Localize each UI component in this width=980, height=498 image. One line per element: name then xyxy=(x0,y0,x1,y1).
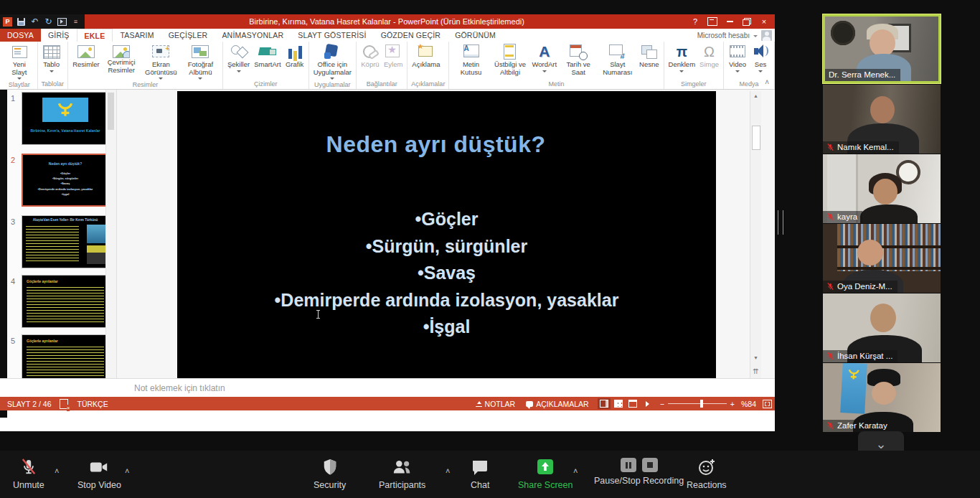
hyperlink-button[interactable]: Köprü xyxy=(359,42,382,70)
slide-thumbnail-3[interactable]: Aluşta'dan Esen Yeller- Bir Kırım Türküs… xyxy=(22,215,109,268)
comments-icon xyxy=(526,401,533,407)
panel-resize-handle[interactable] xyxy=(778,210,783,235)
language-indicator[interactable]: TÜRKÇE xyxy=(77,400,108,408)
editor-scrollbar[interactable]: ▲ ▼ ⇈ ⇊ xyxy=(750,91,761,399)
save-icon[interactable] xyxy=(17,17,26,27)
ribbon-options-icon[interactable] xyxy=(705,16,720,27)
video-button[interactable]: Video xyxy=(726,42,749,73)
smartart-button[interactable]: SmartArt xyxy=(252,42,283,70)
slide-bullet-list[interactable]: •Göçler •Sürgün, sürgünler •Savaş •Demir… xyxy=(177,206,716,341)
symbol-button[interactable]: Ω Simge xyxy=(697,42,721,70)
normal-view-button[interactable] xyxy=(598,398,611,409)
tab-slayt-gosterisi[interactable]: SLAYT GÖSTERİSİ xyxy=(291,29,373,42)
close-icon[interactable]: × xyxy=(756,16,772,27)
wordart-button[interactable]: A WordArt xyxy=(529,42,559,73)
pictures-button[interactable]: Resimler xyxy=(70,42,101,70)
start-slideshow-icon[interactable] xyxy=(57,17,67,27)
tab-dosya[interactable]: DOSYA xyxy=(0,29,41,42)
share-screen-icon xyxy=(534,458,556,476)
previous-slide-icon[interactable]: ⇈ xyxy=(750,367,761,375)
tab-animasyonlar[interactable]: ANİMASYONLAR xyxy=(215,29,291,42)
tab-gorunum[interactable]: GÖRÜNÜM xyxy=(448,29,503,42)
tab-gozden-gecir[interactable]: GÖZDEN GEÇİR xyxy=(374,29,448,42)
restore-icon[interactable] xyxy=(739,16,755,27)
ribbon-tab-row: DOSYA GİRİŞ EKLE TASARIM GEÇİŞLER ANİMAS… xyxy=(0,29,775,42)
notes-toggle[interactable]: NOTLAR xyxy=(473,398,518,410)
participant-video-oya[interactable]: Oya Deniz-M... xyxy=(823,224,941,293)
chart-button[interactable]: Grafik xyxy=(283,42,306,70)
thumbnail-scrollbar[interactable]: ▼ xyxy=(105,90,116,399)
scrollbar-thumb[interactable] xyxy=(108,93,114,130)
comment-button[interactable]: Açıklama xyxy=(410,42,442,70)
participant-video-ihsan[interactable]: İhsan Kürşat ... xyxy=(823,293,941,362)
pause-recording-icon[interactable] xyxy=(621,458,636,472)
video-options-chevron[interactable]: ˄ xyxy=(125,466,129,475)
header-footer-button[interactable]: Üstbilgi ve Altbilgi xyxy=(491,42,530,77)
new-slide-button[interactable]: Yeni Slayt xyxy=(4,42,35,80)
ribbon-group-simgeler: π Denklem Ω Simge Simgeler xyxy=(664,42,724,89)
shapes-button[interactable]: Şekiller xyxy=(225,42,252,73)
tab-ekle[interactable]: EKLE xyxy=(77,29,113,42)
qat-customize-icon[interactable]: ≡ xyxy=(71,17,80,27)
zoom-in-icon[interactable]: + xyxy=(730,400,735,408)
participant-video-zafer[interactable]: Zafer Karatay xyxy=(823,363,941,432)
slide-canvas[interactable]: Neden ayrı düştük? •Göçler •Sürgün, sürg… xyxy=(177,91,716,394)
zoom-slider[interactable] xyxy=(668,403,727,404)
equation-button[interactable]: π Denklem xyxy=(666,42,698,73)
participant-video-serra[interactable]: Dr. Serra Menek... xyxy=(823,14,941,83)
scroll-down-icon[interactable]: ▼ xyxy=(750,355,761,360)
object-button[interactable]: Nesne xyxy=(637,42,661,70)
online-pictures-button[interactable]: Çevrimiçi Resimler xyxy=(102,42,141,75)
participant-video-namik[interactable]: Namık Kemal... xyxy=(823,85,941,154)
minimize-icon[interactable] xyxy=(722,16,738,27)
slideshow-view-button[interactable] xyxy=(641,398,654,409)
slide-thumbnail-2-selected[interactable]: Neden ayrı düştük? •Göçler •Sürgün, sürg… xyxy=(22,154,109,207)
scrollbar-thumb[interactable] xyxy=(752,126,760,150)
unmute-button[interactable]: Unmute xyxy=(13,458,44,490)
tab-giris[interactable]: GİRİŞ xyxy=(41,29,77,42)
slide-title[interactable]: Neden ayrı düştük? xyxy=(177,131,694,158)
textbox-button[interactable]: Metin Kutusu xyxy=(451,42,490,77)
stop-recording-icon[interactable] xyxy=(642,458,658,472)
notes-pane[interactable]: Not eklemek için tıklatın xyxy=(0,378,775,398)
chat-button[interactable]: Chat xyxy=(471,458,489,490)
slide-number-button[interactable]: Slayt Numarası xyxy=(598,42,637,77)
screen: P ↶ ↻ ≡ Birbirine, Kırıma, Vatana Hasret… xyxy=(0,0,980,498)
slide-thumbnail-1[interactable]: Birbirine, Kırım'a, Vatana Hasret Kalanl… xyxy=(22,92,109,145)
tab-tasarim[interactable]: TASARIM xyxy=(113,29,161,42)
zoom-out-icon[interactable]: − xyxy=(660,400,664,408)
photo-album-button[interactable]: Fotoğraf Albümü xyxy=(181,42,220,80)
comments-toggle[interactable]: AÇIKLAMALAR xyxy=(524,398,591,410)
participants-options-chevron[interactable]: ˄ xyxy=(446,466,450,475)
redo-icon[interactable]: ↻ xyxy=(44,17,53,27)
share-screen-button[interactable]: Share Screen xyxy=(518,458,573,490)
date-time-button[interactable]: Tarih ve Saat xyxy=(559,42,598,77)
share-options-chevron[interactable]: ˄ xyxy=(573,466,578,475)
help-icon[interactable]: ? xyxy=(687,16,703,27)
zoom-slider-knob[interactable] xyxy=(700,400,703,408)
stop-video-button[interactable]: Stop Video xyxy=(77,458,121,490)
undo-icon[interactable]: ↶ xyxy=(30,17,39,27)
screenshot-button[interactable]: Ekran Görüntüsü xyxy=(141,42,181,80)
spellcheck-icon[interactable] xyxy=(60,399,68,409)
office-apps-button[interactable]: Office için Uygulamalar xyxy=(311,42,354,80)
reading-view-button[interactable] xyxy=(626,398,639,409)
reactions-button[interactable]: Reactions xyxy=(687,458,727,490)
slide-thumbnail-4[interactable]: Göçlerle ayrılanlar xyxy=(22,275,109,328)
unmute-options-chevron[interactable]: ˄ xyxy=(55,466,59,475)
tab-gecisler[interactable]: GEÇİŞLER xyxy=(161,29,215,42)
participant-video-kayra[interactable]: kayra xyxy=(823,154,941,223)
pause-stop-recording-button[interactable]: Pause/Stop Recording xyxy=(594,458,684,486)
zoom-percentage[interactable]: %84 xyxy=(741,400,756,408)
action-button[interactable]: Eylem xyxy=(382,42,405,70)
scroll-up-icon[interactable]: ▲ xyxy=(750,93,761,98)
ribbon-group-aciklamalar: Açıklama Açıklamalar xyxy=(407,42,449,89)
collapse-ribbon-icon[interactable]: ˄ xyxy=(765,78,769,86)
participants-button[interactable]: Participants xyxy=(379,458,425,490)
audio-button[interactable]: Ses xyxy=(749,42,772,73)
table-button[interactable]: Tablo xyxy=(40,42,63,73)
account-menu[interactable]: Microsoft hesabı xyxy=(697,29,772,42)
security-button[interactable]: Security xyxy=(314,458,346,490)
fit-to-window-icon[interactable] xyxy=(763,400,772,408)
slide-sorter-view-button[interactable] xyxy=(612,398,625,409)
